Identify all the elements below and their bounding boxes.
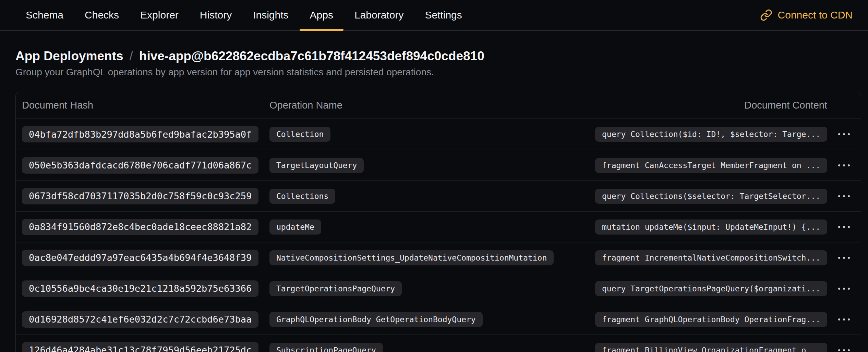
ellipsis-icon	[838, 288, 840, 290]
nav-item-laboratory[interactable]: Laboratory	[354, 0, 403, 30]
operation-name-badge: updateMe	[269, 219, 321, 235]
operation-name-badge: GraphQLOperationBody_GetOperationBodyQue…	[269, 312, 483, 327]
nav-item-checks[interactable]: Checks	[85, 0, 119, 30]
ellipsis-icon	[838, 318, 840, 320]
ellipsis-icon	[838, 349, 840, 351]
row-menu-button[interactable]	[836, 192, 852, 201]
operation-name-badge: Collection	[269, 127, 330, 142]
page-title: App Deployments / hive-app@b622862ecdba7…	[15, 48, 861, 64]
document-content-badge: fragment BillingView_OrganizationFragmen…	[595, 343, 827, 352]
document-content-badge: mutation updateMe($input: UpdateMeInput!…	[595, 219, 827, 235]
app-deployments-table: Document Hash Operation Name Document Co…	[15, 92, 861, 352]
breadcrumb-section[interactable]: App Deployments	[15, 48, 123, 64]
nav-item-schema[interactable]: Schema	[26, 0, 63, 30]
document-hash-badge: 126d46a4284abe31c13c78f7959d56eeb21725dc	[22, 342, 258, 352]
row-menu-button[interactable]	[836, 161, 852, 170]
column-header-operation-name: Operation Name	[269, 100, 744, 111]
page-subtitle: Group your GraphQL operations by app ver…	[15, 66, 861, 78]
nav-item-insights[interactable]: Insights	[253, 0, 288, 30]
breadcrumb-app-version: hive-app@b622862ecdba7c61b78f412453def89…	[139, 48, 484, 64]
connect-to-cdn-label: Connect to CDN	[778, 9, 853, 21]
document-hash-badge: 0ac8e047eddd97a97eac6435a4b694f4e3648f39	[22, 250, 258, 266]
connect-to-cdn-link[interactable]: Connect to CDN	[760, 9, 853, 21]
table-row: 04bfa72dfb83b297dd8a5b6fed9bafac2b395a0f…	[16, 119, 861, 150]
row-menu-button[interactable]	[836, 253, 852, 262]
operation-name-badge: NativeCompositionSettings_UpdateNativeCo…	[269, 250, 554, 265]
nav-item-history[interactable]: History	[200, 0, 232, 30]
operation-name-badge: SubscriptionPageQuery	[269, 343, 383, 352]
table-row: 0a834f91560d872e8c4bec0ade18ceec88821a82…	[16, 211, 861, 242]
document-content-badge: query Collections($selector: TargetSelec…	[595, 189, 827, 204]
row-menu-button[interactable]	[836, 284, 852, 293]
document-content-badge: fragment GraphQLOperationBody_OperationF…	[595, 312, 827, 327]
table-header-row: Document Hash Operation Name Document Co…	[16, 92, 861, 119]
document-content-badge: query TargetOperationsPageQuery($organiz…	[595, 281, 827, 296]
nav-item-apps[interactable]: Apps	[310, 0, 333, 30]
document-hash-badge: 0c10556a9be4ca30e19e21c1218a592b75e63366	[22, 280, 258, 297]
primary-nav: Schema Checks Explorer History Insights …	[26, 0, 483, 30]
table-row: 126d46a4284abe31c13c78f7959d56eeb21725dc…	[16, 335, 861, 352]
column-header-document-content: Document Content	[744, 100, 853, 111]
main-content: App Deployments / hive-app@b622862ecdba7…	[0, 31, 868, 352]
document-content-badge: fragment IncrementalNativeCompositionSwi…	[595, 250, 827, 265]
nav-item-explorer[interactable]: Explorer	[140, 0, 179, 30]
document-hash-badge: 0a834f91560d872e8c4bec0ade18ceec88821a82	[22, 219, 258, 235]
row-menu-button[interactable]	[836, 223, 852, 231]
row-menu-button[interactable]	[836, 346, 852, 352]
document-content-badge: query Collection($id: ID!, $selector: Ta…	[595, 127, 827, 142]
row-menu-button[interactable]	[836, 315, 852, 324]
ellipsis-icon	[838, 226, 840, 228]
document-content-badge: fragment CanAccessTarget_MemberFragment …	[595, 158, 827, 173]
table-row: 050e5b363dafdcacd6780e706cadf771d06a867c…	[16, 150, 861, 180]
top-nav: Schema Checks Explorer History Insights …	[0, 0, 868, 31]
document-hash-badge: 050e5b363dafdcacd6780e706cadf771d06a867c	[22, 157, 258, 174]
document-hash-badge: 04bfa72dfb83b297dd8a5b6fed9bafac2b395a0f	[22, 126, 258, 142]
table-row: 0673df58cd7037117035b2d0c758f59c0c93c259…	[16, 180, 861, 211]
document-hash-badge: 0d16928d8572c41ef6e032d2c7c72ccbd6e73baa	[22, 311, 258, 328]
document-hash-badge: 0673df58cd7037117035b2d0c758f59c0c93c259	[22, 188, 258, 204]
ellipsis-icon	[838, 257, 840, 259]
ellipsis-icon	[838, 133, 840, 135]
ellipsis-icon	[838, 195, 840, 197]
table-row: 0ac8e047eddd97a97eac6435a4b694f4e3648f39…	[16, 242, 861, 273]
row-menu-button[interactable]	[836, 130, 852, 139]
operation-name-badge: Collections	[269, 189, 335, 204]
nav-item-settings[interactable]: Settings	[425, 0, 462, 30]
operation-name-badge: TargetOperationsPageQuery	[269, 281, 402, 296]
ellipsis-icon	[838, 164, 840, 166]
operation-name-badge: TargetLayoutQuery	[269, 158, 364, 173]
link-icon	[760, 9, 772, 21]
table-row: 0c10556a9be4ca30e19e21c1218a592b75e63366…	[16, 273, 861, 304]
column-header-document-hash: Document Hash	[22, 100, 269, 111]
breadcrumb-separator: /	[130, 48, 133, 64]
table-row: 0d16928d8572c41ef6e032d2c7c72ccbd6e73baa…	[16, 304, 861, 335]
